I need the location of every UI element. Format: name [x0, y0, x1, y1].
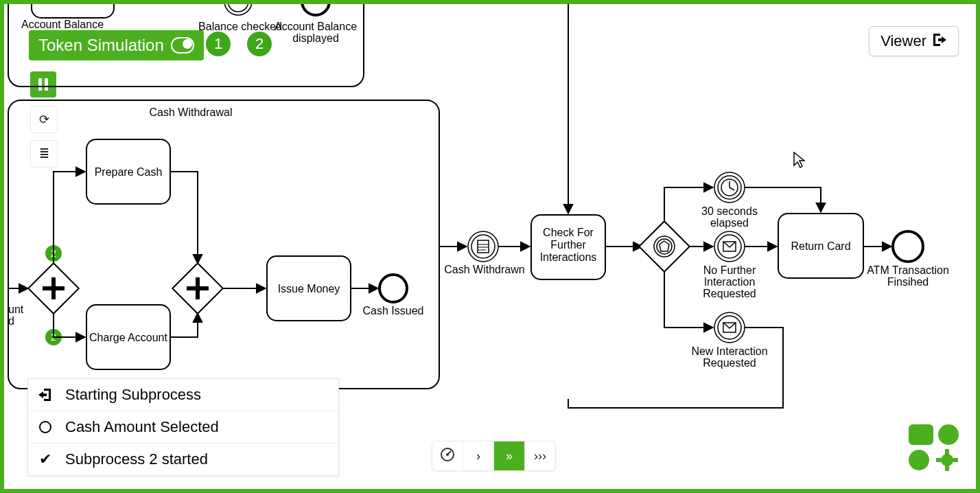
svg-text:Requested: Requested	[703, 357, 756, 369]
svg-rect-71	[951, 458, 958, 462]
event-new-interaction: New Interaction Requested	[691, 312, 767, 369]
event-timer-30s: 30 seconds elapsed	[701, 172, 758, 229]
event-atm-finished	[893, 231, 923, 262]
svg-text:Balance checked: Balance checked	[198, 21, 282, 32]
svg-text:Finsihed: Finsihed	[887, 276, 929, 288]
svg-point-65	[938, 424, 959, 445]
svg-text:Interactions: Interactions	[540, 251, 597, 263]
speed-controls: › » ›››	[432, 441, 556, 471]
svg-point-60	[40, 422, 51, 433]
check-icon: ✔	[38, 450, 53, 468]
gateway-event-based	[639, 221, 690, 272]
subprocess-title: Cash Withdrawal	[150, 106, 233, 118]
svg-text:No Further: No Further	[703, 264, 756, 276]
event-cash-withdrawn: Cash Withdrawn	[444, 231, 524, 275]
svg-rect-1	[32, 4, 114, 18]
speed-medium-button[interactable]: »	[494, 442, 525, 470]
svg-text:New Interaction: New Interaction	[691, 345, 767, 357]
svg-text:Requested: Requested	[703, 288, 756, 299]
svg-rect-8	[8, 100, 439, 389]
svg-text:Prepare Cash: Prepare Cash	[95, 166, 163, 178]
simulation-log: Starting Subprocess Cash Amount Selected…	[27, 378, 339, 476]
svg-rect-70	[936, 458, 943, 462]
svg-text:Account Balance: Account Balance	[275, 21, 357, 32]
svg-point-5	[302, 4, 329, 15]
svg-point-66	[909, 450, 929, 470]
svg-text:Check For: Check For	[543, 227, 594, 238]
triple-chevron-right-icon: ›››	[534, 449, 546, 463]
enter-icon	[38, 389, 53, 401]
speed-fast-button[interactable]: ›››	[525, 442, 555, 470]
gateway-parallel-join	[172, 263, 223, 314]
double-chevron-right-icon: »	[506, 449, 513, 463]
svg-text:displayed: displayed	[292, 32, 339, 44]
circle-icon	[38, 420, 53, 434]
speed-slow-button[interactable]: ›	[463, 442, 494, 470]
svg-text:unt: unt	[8, 303, 24, 315]
svg-rect-35	[639, 221, 690, 272]
event-no-further: No Further Interaction Requested	[703, 231, 756, 299]
log-row[interactable]: ✔ Subprocess 2 started	[28, 444, 338, 475]
svg-line-63	[447, 451, 451, 455]
gauge-icon	[440, 447, 455, 466]
subprocess-account-balance: Account Balance Balance checked Account …	[8, 4, 364, 87]
chevron-right-icon: ›	[476, 449, 480, 463]
app-frame: Token Simulation 1 2 ⟳ ≣ Viewer	[0, 0, 980, 493]
svg-rect-68	[945, 449, 949, 456]
svg-text:Return Card: Return Card	[791, 240, 850, 252]
speed-gauge-button[interactable]	[432, 442, 463, 470]
svg-text:ATM Transaction: ATM Transaction	[867, 264, 949, 276]
log-row[interactable]: Starting Subprocess	[28, 379, 338, 411]
bpmn-io-logo[interactable]	[909, 424, 961, 474]
gateway-parallel-split	[28, 263, 79, 314]
subprocess-cash-withdrawal: Cash Withdrawal unt d 2 2 Prepare Cash	[8, 100, 439, 389]
log-text: Cash Amount Selected	[65, 418, 219, 436]
main-flow: Cash Withdrawn Check For Further Interac…	[439, 4, 949, 408]
log-text: Starting Subprocess	[65, 386, 201, 404]
svg-rect-64	[909, 424, 933, 445]
log-text: Subprocess 2 started	[65, 450, 208, 468]
svg-text:d: d	[8, 315, 14, 327]
event-balance-checked: Balance checked	[198, 4, 282, 32]
log-row[interactable]: Cash Amount Selected	[28, 411, 338, 444]
svg-text:Interaction: Interaction	[704, 276, 756, 288]
svg-text:Issue Money: Issue Money	[278, 283, 340, 295]
svg-text:Cash Withdrawn: Cash Withdrawn	[444, 264, 524, 275]
event-cash-issued	[380, 275, 407, 302]
event-account-balance-displayed: Account Balance displayed	[275, 4, 357, 44]
svg-text:elapsed: elapsed	[710, 217, 749, 229]
svg-text:Further: Further	[550, 239, 586, 251]
label-partial-account-balance: Account Balance	[21, 19, 104, 30]
svg-point-26	[471, 235, 495, 258]
svg-text:Charge Account: Charge Account	[89, 332, 167, 343]
svg-text:30 seconds: 30 seconds	[701, 205, 758, 217]
svg-rect-69	[945, 464, 949, 471]
svg-text:Cash Issued: Cash Issued	[363, 305, 424, 317]
